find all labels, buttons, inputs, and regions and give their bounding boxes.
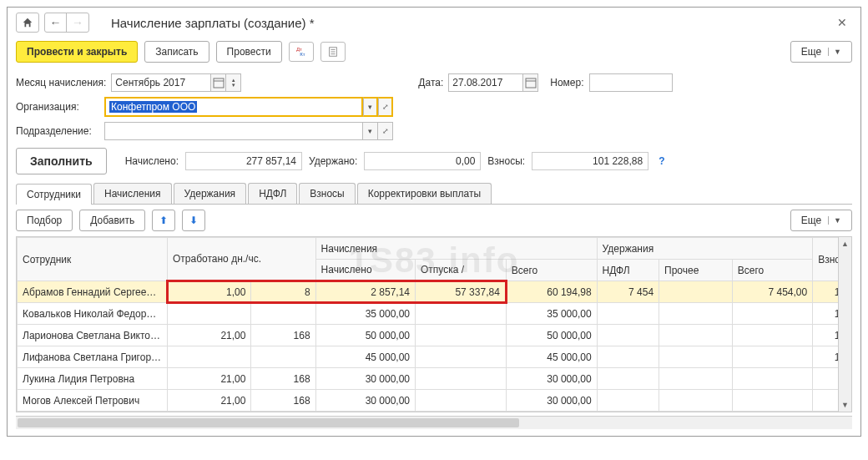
col-accruals: Начисления [315,238,597,260]
table-cell [659,368,733,390]
close-icon[interactable]: ✕ [832,16,852,29]
table-cell: 50 000,00 [506,325,597,346]
save-button[interactable]: Записать [144,41,209,63]
table-cell [732,346,812,368]
table-cell: 7 454 [597,281,659,303]
vertical-scrollbar[interactable]: ▲ ▼ [838,237,851,412]
table-cell [597,346,659,368]
col-ndfl: НДФЛ [597,260,659,281]
tab-contributions[interactable]: Взносы [299,183,355,204]
table-cell [659,325,733,346]
tab-ndfl[interactable]: НДФЛ [248,183,297,204]
number-field[interactable] [589,73,673,92]
col-accr-total: Всего [506,260,597,281]
select-button[interactable]: Подбор [16,210,73,231]
withheld-value: 0,00 [364,152,481,170]
table-cell: 30 000,00 [506,390,597,412]
table-cell: 21,00 [168,368,251,390]
forward-icon[interactable]: → [67,13,88,32]
add-button[interactable]: Добавить [79,210,145,231]
table-cell [659,346,733,368]
table-cell [416,303,507,325]
table-cell [251,346,315,368]
table-cell: 35 000,00 [315,303,415,325]
help-icon[interactable]: ? [659,155,664,167]
table-cell [168,303,251,325]
dropdown-icon[interactable]: ▾ [363,122,378,140]
tab-accruals[interactable]: Начисления [93,183,172,204]
table-cell [416,346,507,368]
table-cell: 2 857,14 [315,281,415,303]
table-cell [416,390,507,412]
table-cell: 168 [251,325,315,346]
table-cell: Ларионова Светлана Викто… [18,325,168,346]
table-cell: 35 000,00 [506,303,597,325]
table-cell [597,303,659,325]
move-down-icon[interactable]: ⬇ [182,210,205,231]
table-row[interactable]: Лукина Лидия Петровна21,0016830 000,0030… [18,368,851,390]
calendar-icon[interactable] [523,73,538,92]
debit-credit-icon[interactable]: ДтКт [289,42,314,62]
table-cell: 21,00 [168,325,251,346]
table-cell [732,303,812,325]
dept-label: Подразделение: [16,125,99,137]
dropdown-icon[interactable]: ▾ [363,97,378,117]
table-cell [597,325,659,346]
table-cell: 30 000,00 [315,390,415,412]
col-withholdings: Удержания [597,238,813,260]
table-cell [659,303,733,325]
table-cell: 30 000,00 [315,368,415,390]
col-with-total: Всего [732,260,812,281]
table-cell [251,303,315,325]
table-cell [659,390,733,412]
col-accrued: Начислено [315,260,415,281]
org-field[interactable]: Конфетпром ООО [104,97,363,117]
horizontal-scrollbar[interactable] [16,416,852,429]
open-icon[interactable]: ⤢ [378,122,393,140]
table-row[interactable]: Ковальков Николай Федор…35 000,0035 000,… [18,303,851,325]
attachment-icon[interactable] [320,42,346,62]
table-cell: 8 [251,281,315,303]
table-row[interactable]: Абрамов Геннадий Сергее…1,0082 857,1457 … [18,281,851,303]
table-cell: 168 [251,390,315,412]
dept-field[interactable] [104,122,363,140]
more-button[interactable]: Еще▼ [790,41,852,63]
back-icon[interactable]: ← [45,13,67,32]
page-title: Начисление зарплаты (создание) * [111,16,315,30]
contrib-value: 101 228,88 [532,152,648,170]
table-cell [416,325,507,346]
post-button[interactable]: Провести [216,41,282,63]
svg-text:Кт: Кт [300,51,305,57]
tab-corrections[interactable]: Корректировки выплаты [357,183,492,204]
post-and-close-button[interactable]: Провести и закрыть [16,41,138,63]
table-cell [732,368,812,390]
table-cell: 45 000,00 [315,346,415,368]
table-row[interactable]: Могов Алексей Петрович21,0016830 000,003… [18,390,851,412]
table-cell [659,281,733,303]
table-cell: 45 000,00 [506,346,597,368]
calendar-icon[interactable] [211,73,226,92]
home-icon[interactable] [16,13,39,33]
tab-employees[interactable]: Сотрудники [16,184,92,205]
table-cell: Лукина Лидия Петровна [18,368,168,390]
col-other: Прочее [659,260,733,281]
table-cell: Абрамов Геннадий Сергее… [18,281,168,303]
open-icon[interactable]: ⤢ [378,97,393,117]
more-button[interactable]: Еще▼ [790,210,852,231]
spinner-icon[interactable]: ▲▼ [226,73,241,92]
month-label: Месяц начисления: [16,77,106,88]
month-field[interactable]: Сентябрь 2017 [111,73,211,92]
date-label: Дата: [418,77,443,88]
table-cell: 50 000,00 [315,325,415,346]
fill-button[interactable]: Заполнить [16,148,107,174]
col-employee: Сотрудник [18,238,168,281]
table-cell [597,390,659,412]
move-up-icon[interactable]: ⬆ [152,210,175,231]
table-row[interactable]: Лифанова Светлана Григор…45 000,0045 000… [18,346,851,368]
number-label: Номер: [550,77,583,88]
date-field[interactable]: 27.08.2017 [448,73,523,92]
svg-rect-8 [526,78,536,88]
table-cell: Ковальков Николай Федор… [18,303,168,325]
tab-withholdings[interactable]: Удержания [174,183,247,204]
table-row[interactable]: Ларионова Светлана Викто…21,0016850 000,… [18,325,851,346]
